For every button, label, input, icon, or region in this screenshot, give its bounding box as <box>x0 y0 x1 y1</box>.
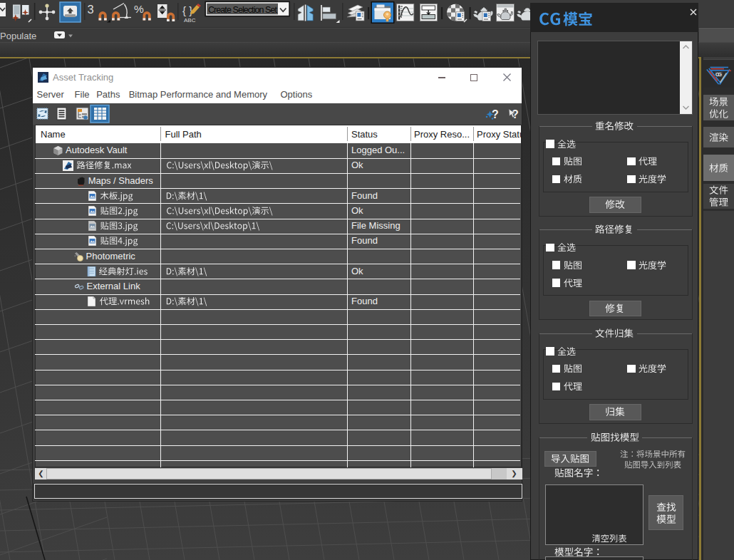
svg-text:ABC: ABC <box>184 17 196 24</box>
svg-text:Create Selection Set: Create Selection Set <box>208 5 278 15</box>
svg-text:%: % <box>134 3 144 15</box>
svg-text:{ }: { } <box>182 4 192 16</box>
svg-text:CG: CG <box>715 72 723 77</box>
svg-text:3: 3 <box>88 3 94 16</box>
